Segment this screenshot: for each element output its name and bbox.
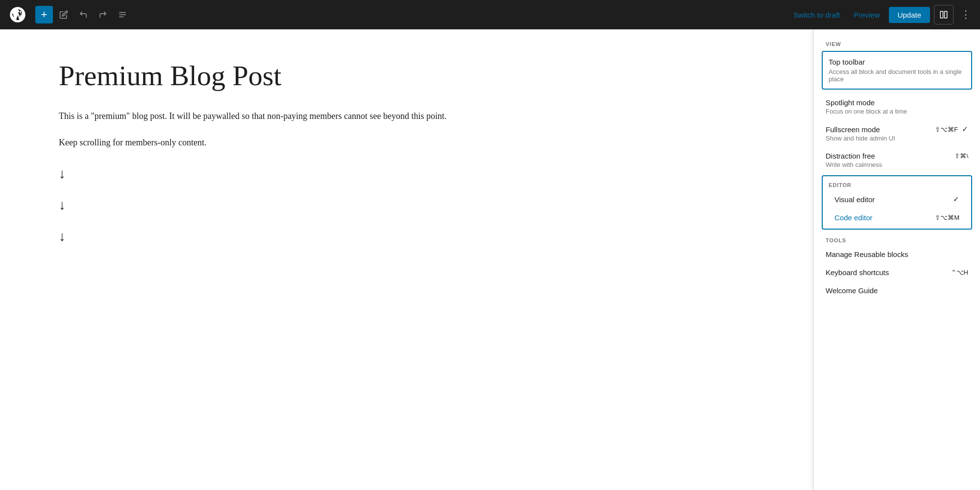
post-title: Premium Blog Post — [59, 59, 755, 93]
settings-sidebar-button[interactable] — [934, 5, 954, 24]
more-options-button[interactable]: ⋮ — [957, 5, 974, 24]
toolbar-right: Switch to draft Preview Update ⋮ — [788, 5, 974, 24]
options-dropdown-panel: VIEW Top toolbar Access all block and do… — [813, 29, 980, 490]
code-editor-row: Code editor ⇧⌥⌘M — [834, 213, 959, 222]
manage-reusable-row: Manage Reusable blocks — [826, 250, 968, 258]
content-area: Premium Blog Post This is a "premium" bl… — [0, 29, 980, 490]
svg-rect-3 — [940, 11, 943, 18]
spotlight-row: Spotlight mode — [826, 98, 968, 107]
code-editor-shortcut: ⇧⌥⌘M — [935, 214, 959, 221]
view-section-label: VIEW — [814, 37, 980, 49]
keyboard-shortcuts-title: Keyboard shortcuts — [826, 268, 889, 277]
menu-item-spotlight[interactable]: Spotlight mode Focus on one block at a t… — [814, 93, 980, 120]
post-body: This is a "premium" blog post. It will b… — [59, 109, 755, 244]
editor-section-label: EDITOR — [823, 178, 971, 190]
update-button[interactable]: Update — [889, 7, 930, 23]
arrow-down-1: ↓ — [59, 166, 755, 182]
keyboard-shortcuts-row: Keyboard shortcuts ⌃⌥H — [826, 268, 968, 277]
add-block-button[interactable]: + — [35, 6, 53, 23]
undo-button[interactable] — [74, 6, 92, 23]
fullscreen-row: Fullscreen mode ⇧⌥⌘F ✓ — [826, 125, 968, 134]
menu-item-welcome-guide[interactable]: Welcome Guide — [814, 281, 980, 300]
top-toolbar-title: Top toolbar — [829, 58, 965, 66]
menu-item-distraction-free[interactable]: Distraction free ⇧⌘\ Write with calmness — [814, 147, 980, 173]
spotlight-desc: Focus on one block at a time — [826, 108, 968, 115]
distraction-free-shortcut: ⇧⌘\ — [955, 152, 968, 160]
distraction-free-row: Distraction free ⇧⌘\ — [826, 152, 968, 160]
distraction-free-title: Distraction free — [826, 152, 875, 160]
menu-item-code-editor[interactable]: Code editor ⇧⌥⌘M — [823, 209, 971, 227]
menu-item-manage-reusable[interactable]: Manage Reusable blocks — [814, 245, 980, 263]
edit-button[interactable] — [55, 6, 73, 23]
preview-button[interactable]: Preview — [849, 8, 884, 22]
editor-section: EDITOR Visual editor ✓ Code editor ⇧⌥⌘M — [822, 175, 972, 230]
fullscreen-shortcut: ⇧⌥⌘F — [935, 126, 958, 133]
menu-item-top-toolbar[interactable]: Top toolbar Access all block and documen… — [822, 51, 972, 90]
menu-item-fullscreen[interactable]: Fullscreen mode ⇧⌥⌘F ✓ Show and hide adm… — [814, 120, 980, 147]
visual-editor-row: Visual editor ✓ — [834, 195, 959, 204]
switch-to-draft-button[interactable]: Switch to draft — [788, 8, 845, 22]
paragraph-2: Keep scrolling for members-only content. — [59, 135, 755, 150]
fullscreen-check: ✓ — [962, 125, 968, 134]
top-toolbar-desc: Access all block and document tools in a… — [829, 68, 965, 83]
welcome-guide-title: Welcome Guide — [826, 286, 878, 295]
visual-editor-check: ✓ — [953, 195, 959, 204]
keyboard-shortcuts-shortcut: ⌃⌥H — [951, 269, 968, 276]
arrow-down-2: ↓ — [59, 197, 755, 213]
main-toolbar: + Switch to draft Preview Update ⋮ — [0, 0, 980, 29]
document-overview-button[interactable] — [114, 6, 131, 23]
visual-editor-title: Visual editor — [834, 195, 875, 204]
svg-rect-4 — [945, 11, 947, 18]
paragraph-1: This is a "premium" blog post. It will b… — [59, 109, 755, 124]
redo-button[interactable] — [94, 6, 112, 23]
fullscreen-title: Fullscreen mode — [826, 125, 880, 134]
menu-item-keyboard-shortcuts[interactable]: Keyboard shortcuts ⌃⌥H — [814, 263, 980, 281]
menu-item-visual-editor[interactable]: Visual editor ✓ — [823, 190, 971, 209]
code-editor-title: Code editor — [834, 213, 873, 222]
editor: Premium Blog Post This is a "premium" bl… — [0, 29, 813, 490]
fullscreen-desc: Show and hide admin UI — [826, 135, 968, 142]
distraction-free-desc: Write with calmness — [826, 161, 968, 168]
manage-reusable-title: Manage Reusable blocks — [826, 250, 908, 258]
welcome-guide-row: Welcome Guide — [826, 286, 968, 295]
spotlight-title: Spotlight mode — [826, 98, 875, 107]
wp-logo[interactable] — [6, 0, 29, 29]
arrow-down-3: ↓ — [59, 229, 755, 244]
tools-section-label: TOOLS — [814, 233, 980, 245]
